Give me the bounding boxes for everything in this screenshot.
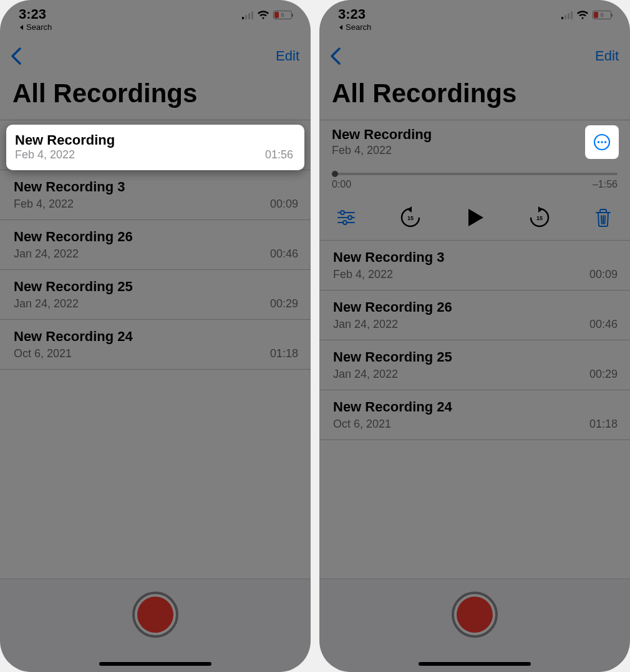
status-bar: 3:23 Search 8 xyxy=(0,0,311,36)
recording-title: New Recording 26 xyxy=(14,229,298,245)
scrubber[interactable] xyxy=(332,173,618,175)
recording-title: New Recording 25 xyxy=(333,349,618,365)
svg-point-1 xyxy=(598,141,600,143)
scrubber-thumb[interactable] xyxy=(332,171,338,177)
svg-line-10 xyxy=(601,216,602,224)
svg-point-5 xyxy=(341,211,344,214)
wifi-icon xyxy=(576,10,589,20)
record-button[interactable] xyxy=(132,592,178,638)
skip-forward-15-button[interactable]: 15 xyxy=(527,205,552,230)
back-button[interactable] xyxy=(9,47,25,65)
recording-title: New Recording 3 xyxy=(333,249,618,266)
status-bar: 3:23 Search 8 xyxy=(319,0,630,36)
recording-title: New Recording 26 xyxy=(333,299,618,315)
cellular-signal-icon xyxy=(242,11,253,19)
svg-point-3 xyxy=(604,141,607,143)
phone-right: 3:23 Search 8 Edit All Recordings xyxy=(319,0,630,672)
phone-left: 3:23 Search 8 Edit All Recordings xyxy=(0,0,311,672)
recording-duration: 01:18 xyxy=(270,347,298,360)
recording-title: New Recording 24 xyxy=(14,329,298,345)
recording-row[interactable]: New Recording 3 Feb 4, 2022 00:09 xyxy=(319,241,630,290)
breadcrumb[interactable]: Search xyxy=(338,22,371,32)
play-button[interactable] xyxy=(463,206,486,229)
recording-duration: 00:09 xyxy=(270,198,298,211)
recording-row-highlight[interactable]: New Recording Feb 4, 2022 01:56 xyxy=(6,125,304,170)
recording-date: Jan 24, 2022 xyxy=(333,368,398,381)
recording-duration: 01:18 xyxy=(589,418,618,431)
more-options-button[interactable] xyxy=(586,127,618,158)
recording-duration: 00:09 xyxy=(589,268,618,281)
playback-options-button[interactable] xyxy=(336,207,357,228)
recording-date: Jan 24, 2022 xyxy=(14,247,79,261)
recording-row[interactable]: New Recording 25 Jan 24, 2022 00:29 xyxy=(0,270,311,320)
recording-duration: 01:56 xyxy=(265,148,293,161)
breadcrumb-caret-icon xyxy=(338,24,344,31)
status-time: 3:23 xyxy=(19,6,46,22)
recording-row[interactable]: New Recording 26 Jan 24, 2022 00:46 xyxy=(319,290,630,340)
record-button[interactable] xyxy=(452,592,498,638)
time-elapsed: 0:00 xyxy=(332,179,351,190)
home-indicator[interactable] xyxy=(419,662,531,666)
recording-date: Oct 6, 2021 xyxy=(333,418,391,431)
time-remaining: –1:56 xyxy=(593,179,618,190)
delete-button[interactable] xyxy=(593,207,614,228)
home-indicator[interactable] xyxy=(99,662,211,666)
battery-icon: 8 xyxy=(593,11,611,19)
recording-row[interactable]: New Recording 24 Oct 6, 2021 01:18 xyxy=(0,320,311,370)
page-title: All Recordings xyxy=(0,71,311,120)
svg-point-2 xyxy=(601,141,603,143)
skip-back-15-button[interactable]: 15 xyxy=(398,205,423,230)
skip-forward-seconds: 15 xyxy=(536,215,542,221)
status-time: 3:23 xyxy=(338,6,366,22)
recording-duration: 00:29 xyxy=(270,297,298,310)
back-button[interactable] xyxy=(328,47,344,65)
svg-point-9 xyxy=(343,221,347,224)
svg-line-12 xyxy=(605,216,606,224)
recording-title: New Recording 3 xyxy=(14,179,298,195)
edit-button[interactable]: Edit xyxy=(276,48,299,64)
recording-date: Jan 24, 2022 xyxy=(14,297,79,310)
recordings-list: New Recording 3 Feb 4, 2022 00:09 New Re… xyxy=(319,241,630,440)
battery-percent: 8 xyxy=(593,12,611,18)
breadcrumb-label: Search xyxy=(26,22,52,32)
record-icon xyxy=(457,597,493,633)
svg-point-7 xyxy=(348,216,352,219)
recording-player: New Recording Feb 4, 2022 0:00 –1:56 xyxy=(319,120,630,241)
breadcrumb-caret-icon xyxy=(19,24,25,31)
recording-row[interactable]: New Recording 25 Jan 24, 2022 00:29 xyxy=(319,340,630,390)
battery-icon: 8 xyxy=(273,11,292,19)
recording-date: Feb 4, 2022 xyxy=(15,148,75,161)
recording-row[interactable]: New Recording 26 Jan 24, 2022 00:46 xyxy=(0,220,311,270)
cellular-signal-icon xyxy=(561,11,573,19)
more-options-icon xyxy=(593,133,611,151)
record-icon xyxy=(137,597,173,633)
skip-back-seconds: 15 xyxy=(407,215,413,221)
nav-bar: Edit xyxy=(319,36,630,71)
recording-duration: 00:46 xyxy=(270,247,298,261)
recording-row[interactable]: New Recording 3 Feb 4, 2022 00:09 xyxy=(0,170,311,220)
recording-title: New Recording 24 xyxy=(333,399,618,415)
edit-button[interactable]: Edit xyxy=(595,48,619,64)
recording-date: Jan 24, 2022 xyxy=(333,318,398,331)
recording-duration: 00:46 xyxy=(589,318,618,331)
breadcrumb[interactable]: Search xyxy=(19,22,52,32)
player-title: New Recording xyxy=(332,127,432,143)
recording-title: New Recording 25 xyxy=(14,279,298,295)
recording-date: Feb 4, 2022 xyxy=(333,268,393,281)
recording-title: New Recording xyxy=(15,132,293,148)
battery-percent: 8 xyxy=(274,12,291,18)
wifi-icon xyxy=(257,10,269,20)
player-date: Feb 4, 2022 xyxy=(332,144,432,157)
breadcrumb-label: Search xyxy=(346,22,371,32)
nav-bar: Edit xyxy=(0,36,311,71)
recording-row[interactable]: New Recording 24 Oct 6, 2021 01:18 xyxy=(319,390,630,440)
recording-duration: 00:29 xyxy=(589,368,618,381)
page-title: All Recordings xyxy=(319,71,630,120)
record-bar xyxy=(319,578,630,672)
recording-date: Feb 4, 2022 xyxy=(14,198,74,211)
recording-date: Oct 6, 2021 xyxy=(14,347,72,360)
record-bar xyxy=(0,578,311,672)
